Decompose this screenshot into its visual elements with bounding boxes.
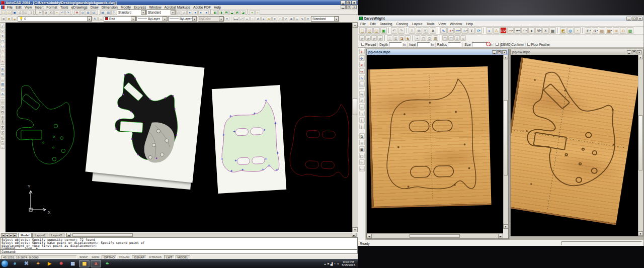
scroll-right-icon[interactable]: ▶ (498, 234, 503, 238)
model-toggle[interactable]: MODEL (176, 255, 190, 259)
qnew-icon[interactable]: ▢ (1, 10, 6, 15)
child-restore-button[interactable]: ❐ (497, 50, 502, 54)
autocad-titlebar[interactable]: AutoCAD 2004 - [C:\Users\daddy\Desktop\g… (0, 0, 358, 5)
layer-isolate-icon[interactable]: ◑ (98, 17, 103, 21)
pierced-checkbox[interactable] (361, 43, 364, 46)
export-icon[interactable]: ⇓ (454, 35, 460, 41)
grid-view-icon[interactable]: ⊞ (613, 27, 619, 34)
minimize-button[interactable]: ▁ (341, 5, 346, 9)
command-input[interactable]: Command: (0, 249, 358, 254)
network-icon[interactable]: ▟ (331, 262, 333, 265)
wood-board[interactable] (368, 66, 491, 208)
child-minimize-button[interactable]: ▁ (492, 50, 497, 54)
document-vertical-scrollbar[interactable]: ▲ ▼ (503, 55, 508, 229)
grid-toggle[interactable]: GRID (90, 255, 101, 259)
conform-checkbox[interactable] (496, 43, 499, 46)
cut-icon[interactable]: ✂ (38, 10, 43, 15)
scale-icon[interactable]: ⤢ (1, 134, 5, 139)
child-minimize-button[interactable]: ▁ (626, 17, 631, 21)
scroll-left-icon[interactable]: ◀ (66, 233, 71, 237)
zoom-realtime-icon[interactable]: ◎ (80, 10, 85, 15)
size-input[interactable] (472, 42, 489, 47)
render1-icon[interactable]: ✦ (250, 10, 255, 15)
open-recent-icon[interactable]: ◲ (373, 27, 380, 34)
bring-front-icon[interactable]: ▣ (359, 146, 365, 152)
dim-continue-icon[interactable]: ⊦ (278, 17, 283, 21)
menu-item[interactable]: Edit (14, 6, 23, 9)
scroll-up-icon[interactable]: ▲ (352, 23, 358, 28)
tolerance-icon[interactable]: ⊕ (289, 17, 294, 21)
document-titlebar[interactable]: pg-bw.mpc ▁❐✕ (511, 49, 643, 55)
dim-baseline-icon[interactable]: ≡ (272, 17, 277, 21)
command-history[interactable]: Select objects: Specify opposite corner:… (0, 237, 358, 249)
child-close-button[interactable]: ✕ (502, 50, 507, 54)
puzzle-icon[interactable]: ◰ (448, 35, 454, 41)
world1-icon[interactable]: ● (187, 10, 192, 15)
action-center-icon[interactable]: ⚑ (327, 262, 330, 265)
copy-icon[interactable]: ⧉ (416, 27, 422, 34)
dim-linear-icon[interactable]: ⟷ (233, 17, 238, 21)
board-face3-icon[interactable]: ▱ (371, 35, 377, 41)
menu-item[interactable]: Window (448, 22, 464, 26)
tab-layout1[interactable]: Layout1 (32, 233, 48, 237)
close-button[interactable]: ✕ (352, 5, 357, 9)
menu-item[interactable]: File (6, 6, 14, 9)
menu-item[interactable]: Dimension (100, 6, 119, 9)
pickguard-outline-red[interactable] (286, 97, 352, 186)
restore-button[interactable]: ❐ (346, 5, 351, 9)
scroll-up-icon[interactable]: ▲ (638, 55, 643, 59)
measure-icon[interactable]: ⟷ (359, 166, 365, 171)
start-button[interactable] (1, 260, 9, 267)
menu-item[interactable]: Adobe PDF (192, 6, 212, 9)
autocad-drawing-canvas[interactable]: Y X (6, 23, 352, 232)
board-flip-icon[interactable]: ◪ (399, 35, 405, 41)
plot-icon[interactable]: ⎙ (18, 10, 23, 15)
point-select-icon[interactable]: ✛ (359, 49, 365, 54)
view2-icon[interactable]: ◨ (218, 10, 223, 15)
board-rotate-icon[interactable]: ⌻ (393, 35, 398, 41)
snap-toggle[interactable]: SNAP (78, 255, 89, 259)
send-back-icon[interactable]: ▢ (359, 153, 365, 158)
edrawings-menu-icon[interactable] (1, 6, 5, 9)
tab-first-button[interactable]: |◀ (1, 233, 5, 237)
scroll-down-icon[interactable]: ▼ (352, 227, 358, 232)
paint-taskbar-icon[interactable]: ✦ (33, 260, 43, 267)
markup-icon[interactable]: ◬ (182, 10, 187, 15)
redo-icon[interactable]: ↷ (65, 10, 70, 15)
center-mark-icon[interactable]: ⊹ (294, 17, 299, 21)
board-face4-icon[interactable]: ▱ (377, 35, 383, 41)
layer-previous-icon[interactable]: ⬙ (12, 17, 17, 21)
designcenter-icon[interactable]: ▥ (106, 10, 111, 15)
quick-leader-icon[interactable]: ↗ (283, 17, 288, 21)
fillet-icon[interactable]: ◟ (1, 144, 5, 149)
tab-prev-button[interactable]: ◀ (5, 233, 9, 237)
canvas-vertical-scrollbar[interactable]: ▲ ▼ (352, 23, 358, 232)
zoom-window-icon[interactable]: ⊞ (86, 10, 91, 15)
notepad-taskbar-icon[interactable]: ▤ (67, 260, 78, 267)
new-project-icon[interactable]: ▢ (359, 27, 366, 34)
open-project-icon[interactable]: ◱ (366, 27, 373, 34)
menu-item[interactable]: Drawing (378, 22, 394, 26)
construction-line-icon[interactable]: ⤫ (1, 29, 5, 33)
save-project-icon[interactable]: ▣ (380, 27, 387, 34)
mtext-icon[interactable]: A (1, 92, 5, 96)
cut-path-icon[interactable]: ✂ (415, 35, 420, 41)
dim-style-combo[interactable]: Standard▾ (146, 10, 176, 15)
close-button[interactable]: ✕ (352, 1, 357, 5)
dim-radius-icon[interactable]: ◔ (250, 17, 255, 21)
rear-view-icon[interactable]: R (592, 27, 598, 34)
mirror-icon[interactable]: ⋈ (1, 109, 5, 114)
board-tool-icon[interactable]: ▭ (507, 27, 514, 34)
align-top-icon[interactable]: ⌈ (359, 117, 365, 123)
menu-item[interactable]: View (436, 22, 448, 26)
text-style-combo[interactable]: Standard▾ (117, 10, 146, 15)
child-minimize-button[interactable]: ▁ (627, 50, 631, 54)
dim-angular-icon[interactable]: ∠ (261, 17, 266, 21)
pattern-tool-icon[interactable]: ♙ (493, 27, 500, 34)
carvewright-taskbar-icon[interactable]: ❧ (102, 260, 113, 267)
stamp-tool-icon[interactable]: ♦ (528, 27, 535, 34)
photo-taskbar-icon[interactable]: ✸ (56, 260, 66, 267)
text-tool-icon[interactable]: T (468, 27, 475, 34)
osnap-toggle[interactable]: OSNAP (132, 255, 146, 259)
volume-icon[interactable]: ◖ (334, 262, 336, 265)
